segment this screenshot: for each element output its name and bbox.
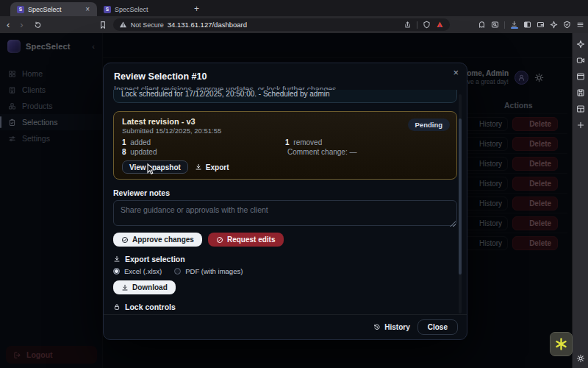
revision-stats: 1 added1 removed8 updatedComment change:… <box>122 138 448 156</box>
gear-icon[interactable] <box>576 354 585 363</box>
extensions-icon[interactable] <box>478 21 486 29</box>
block-icon <box>216 236 223 244</box>
sparkle-icon[interactable] <box>576 40 585 49</box>
menu-icon[interactable] <box>576 21 584 29</box>
close-icon[interactable]: × <box>453 68 459 77</box>
sparkle-icon[interactable] <box>550 21 558 29</box>
forward-button[interactable]: › <box>16 20 26 29</box>
radio-option-selected[interactable]: Excel (.xlsx) <box>113 267 162 275</box>
download-row: Download <box>113 280 457 294</box>
radio-icon <box>113 268 120 275</box>
close-button[interactable]: Close <box>417 319 458 335</box>
browser-side-panel <box>572 33 588 368</box>
tabs: S SpecSelect × S SpecSelect <box>0 0 184 16</box>
reviewer-notes-field <box>113 200 457 229</box>
asterisk-widget-button[interactable] <box>550 332 573 356</box>
lock-controls-header: Lock controls <box>113 302 457 311</box>
export-button[interactable]: Export <box>195 160 229 174</box>
revision-title: Latest revision - v3 <box>122 117 448 126</box>
side-panel-icons <box>573 33 588 130</box>
screen: S SpecSelect × S SpecSelect + ‹ › Not Se… <box>0 0 588 368</box>
history-button[interactable]: History <box>373 323 409 331</box>
revision-stat: 1 added <box>122 138 285 146</box>
approve-changes-button[interactable]: Approve changes <box>113 233 202 247</box>
browser-toolbar: ‹ › Not Secure 34.131.61.127/dashboard <box>0 16 588 33</box>
brave-rewards-icon[interactable] <box>436 21 444 29</box>
reviewer-notes-input[interactable] <box>113 200 457 226</box>
radio-icon <box>174 268 181 275</box>
scrollbar-thumb[interactable] <box>459 118 462 275</box>
urlbar-icons <box>404 21 444 29</box>
browser-tabstrip: S SpecSelect × S SpecSelect + <box>0 0 588 16</box>
toolbar-right-icons <box>478 21 584 29</box>
download-icon <box>195 163 202 171</box>
export-format-options: Excel (.xlsx) PDF (with images) <box>113 267 457 275</box>
revision-stat: Comment change: — <box>285 148 448 156</box>
modal-title: Review Selection #10 <box>104 63 467 82</box>
new-tab-button[interactable]: + <box>184 4 207 16</box>
favicon: S <box>17 6 24 13</box>
check-circle-icon <box>121 236 129 244</box>
tab-title: SpecSelect <box>28 6 81 13</box>
warning-icon <box>119 21 127 29</box>
divider <box>417 21 417 29</box>
modal-footer: History Close <box>104 314 467 339</box>
plus-icon[interactable] <box>576 121 585 130</box>
shield-icon[interactable] <box>423 21 431 29</box>
revision-card: Latest revision - v3 Submitted 15/12/202… <box>113 111 457 180</box>
url-text: 34.131.61.127/dashboard <box>168 21 400 29</box>
share-icon[interactable] <box>404 21 412 29</box>
download-icon[interactable] <box>510 21 518 29</box>
security-label: Not Secure <box>131 21 164 29</box>
browser-tab[interactable]: S SpecSelect × <box>10 2 97 16</box>
download-icon <box>113 255 121 263</box>
reviewer-notes-label: Reviewer notes <box>113 189 457 197</box>
tab-title: SpecSelect <box>115 6 172 13</box>
review-selection-modal: Review Selection #10 Inspect client revi… <box>103 63 467 340</box>
search-box-icon[interactable] <box>491 21 499 29</box>
lock-scheduled-banner: Lock scheduled for 17/12/2025, 20:50:00.… <box>113 90 457 103</box>
asterisk-icon <box>554 337 568 351</box>
request-edits-button[interactable]: Request edits <box>208 233 284 247</box>
radio-option-unselected[interactable]: PDF (with images) <box>174 267 243 275</box>
back-button[interactable]: ‹ <box>3 20 13 29</box>
grid-icon[interactable] <box>576 105 585 113</box>
review-actions: Approve changes Request edits <box>113 233 457 247</box>
divider <box>504 21 505 29</box>
mouse-cursor <box>147 163 157 178</box>
save-icon[interactable] <box>576 88 585 97</box>
tab-close-icon[interactable]: × <box>85 5 90 13</box>
history-icon <box>373 324 381 331</box>
url-bar[interactable]: Not Secure 34.131.61.127/dashboard <box>113 18 450 31</box>
download-button[interactable]: Download <box>113 280 176 294</box>
revision-buttons: View snapshot Export <box>122 160 448 174</box>
revision-stat: 8 updated <box>122 148 285 156</box>
reload-icon[interactable] <box>30 21 46 29</box>
wallet-icon[interactable] <box>537 21 545 29</box>
favicon: S <box>104 6 111 13</box>
download-icon <box>121 284 129 291</box>
split-view-icon[interactable] <box>523 21 531 29</box>
export-selection-header: Export selection <box>113 255 457 263</box>
revision-submitted: Submitted 15/12/2025, 20:51:55 <box>122 127 448 135</box>
bookmark-icon[interactable] <box>98 21 107 29</box>
video-icon[interactable] <box>576 56 585 65</box>
status-badge: Pending <box>408 118 450 131</box>
shield-badge-icon[interactable] <box>563 21 571 29</box>
browser-tab[interactable]: S SpecSelect <box>97 2 184 16</box>
lock-icon <box>113 303 121 311</box>
modal-body: Lock scheduled for 17/12/2025, 20:50:00.… <box>104 90 467 316</box>
revision-stat: 1 removed <box>285 138 448 146</box>
window-icon[interactable] <box>576 72 585 81</box>
